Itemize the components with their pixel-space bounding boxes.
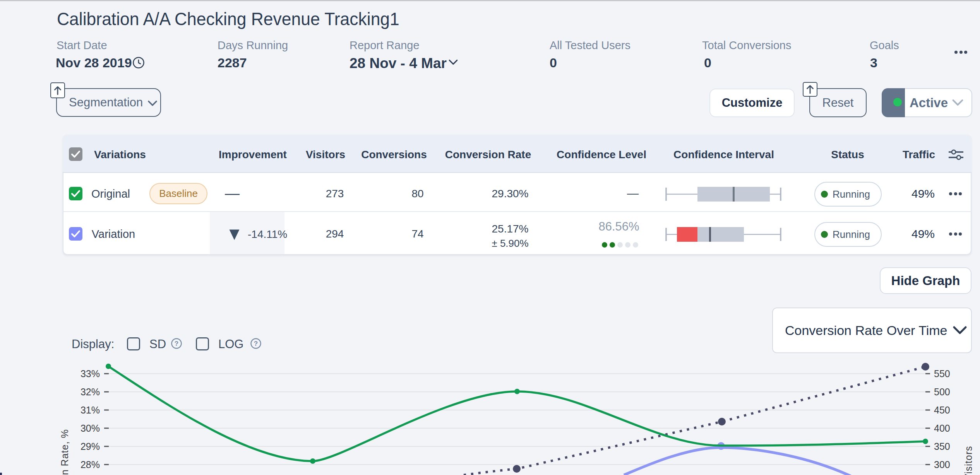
svg-text:28%: 28% — [81, 459, 100, 470]
svg-text:450: 450 — [934, 405, 950, 415]
svg-text:350: 350 — [934, 441, 950, 452]
svg-text:30%: 30% — [81, 423, 100, 434]
svg-text:550: 550 — [934, 368, 950, 379]
svg-text:33%: 33% — [81, 368, 100, 379]
svg-text:31%: 31% — [81, 405, 100, 415]
svg-text:300: 300 — [934, 459, 950, 470]
svg-text:500: 500 — [934, 386, 950, 397]
svg-text:Visitors: Visitors — [963, 446, 974, 475]
svg-text:n Rate, %: n Rate, % — [59, 429, 70, 475]
svg-text:?: ? — [175, 340, 178, 347]
svg-text:29%: 29% — [81, 441, 100, 452]
svg-text:?: ? — [254, 340, 258, 347]
svg-text:32%: 32% — [81, 386, 100, 397]
svg-text:400: 400 — [934, 423, 950, 434]
